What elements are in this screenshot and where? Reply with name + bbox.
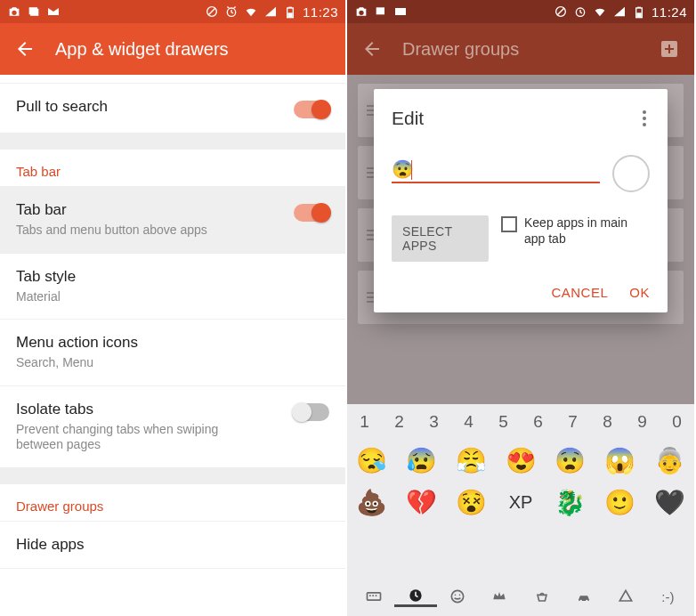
settings-list[interactable]: Pull to search Tab bar Tab bar Tabs and …: [0, 75, 345, 616]
emoji-keyboard[interactable]: 1 2 3 4 5 6 7 8 9 0 😪 😰 😤 😍 😨 😱 👵 💩 💔 😵 …: [347, 404, 694, 616]
setting-pull-to-search[interactable]: Pull to search: [0, 84, 345, 134]
alarm-icon: [224, 4, 239, 19]
travel-category-icon[interactable]: [562, 588, 604, 605]
emoji-key[interactable]: 😨: [546, 440, 595, 482]
section-header-drawer-groups: Drawer groups: [0, 484, 345, 522]
svg-rect-11: [636, 12, 641, 17]
section-gap: [0, 468, 345, 484]
emoji-key[interactable]: 😪: [347, 440, 397, 482]
crown-category-icon[interactable]: [479, 588, 521, 605]
emoji-key[interactable]: 💔: [397, 482, 447, 523]
keyboard-number-row: 1 2 3 4 5 6 7 8 9 0: [347, 404, 694, 440]
back-arrow-icon[interactable]: [14, 38, 36, 60]
key-3[interactable]: 3: [417, 404, 451, 440]
app-bar: App & widget drawers: [0, 23, 345, 75]
setting-title: Isolate tabs: [16, 401, 247, 418]
setting-tab-style[interactable]: Tab style Material: [0, 254, 345, 320]
camera-icon: [354, 4, 368, 19]
setting-title: Menu action icons: [16, 334, 138, 352]
emoji-key[interactable]: 🙂: [595, 482, 645, 523]
status-time: 11:24: [651, 4, 687, 20]
text-emoticon-icon[interactable]: :-): [647, 589, 689, 604]
emoji-key[interactable]: XP: [496, 482, 546, 523]
emoji-row-1: 😪 😰 😤 😍 😨 😱 👵: [347, 440, 694, 482]
emoji-key[interactable]: 😰: [397, 440, 447, 482]
toggle-switch[interactable]: [294, 101, 329, 118]
setting-menu-action-icons[interactable]: Menu action icons Search, Menu: [0, 320, 345, 386]
setting-subtitle: Prevent changing tabs when swiping betwe…: [16, 422, 247, 453]
status-time: 11:23: [303, 4, 338, 20]
emoji-key[interactable]: 🐉: [546, 482, 595, 523]
ok-button[interactable]: OK: [629, 285, 650, 300]
no-sim-icon: [205, 4, 219, 19]
text-caret: [411, 160, 412, 180]
dialog-title: Edit: [392, 108, 424, 129]
wifi-icon: [244, 4, 258, 19]
svg-rect-16: [375, 595, 376, 596]
emoji-key[interactable]: 🖤: [644, 482, 694, 523]
back-arrow-icon[interactable]: [361, 38, 383, 60]
key-0[interactable]: 0: [660, 404, 694, 440]
group-name-input[interactable]: 😨: [392, 164, 600, 183]
setting-hide-apps[interactable]: Hide apps: [0, 522, 345, 569]
battery-icon: [632, 4, 646, 19]
svg-point-22: [586, 600, 588, 603]
setting-title: Hide apps: [16, 536, 85, 554]
overflow-menu-icon[interactable]: [639, 107, 650, 130]
svg-point-18: [451, 590, 463, 602]
svg-line-7: [557, 8, 564, 15]
recent-emoji-icon[interactable]: [394, 587, 436, 607]
gallery-icon: [27, 4, 41, 19]
key-4[interactable]: 4: [451, 404, 486, 440]
emoji-key[interactable]: 😍: [496, 440, 546, 482]
svg-point-20: [459, 595, 461, 596]
emoji-key[interactable]: 💩: [347, 482, 397, 523]
toggle-switch[interactable]: [294, 403, 329, 421]
food-category-icon[interactable]: [521, 588, 562, 605]
keyboard-abc-icon[interactable]: [352, 588, 394, 605]
cancel-button[interactable]: CANCEL: [551, 285, 608, 300]
key-9[interactable]: 9: [625, 404, 660, 440]
svg-line-1: [208, 8, 215, 15]
toggle-switch[interactable]: [294, 204, 329, 222]
key-1[interactable]: 1: [347, 404, 382, 440]
setting-title: Tab style: [16, 268, 76, 286]
key-2[interactable]: 2: [382, 404, 417, 440]
symbols-category-icon[interactable]: [605, 588, 647, 605]
left-phone: 11:23 App & widget drawers Pull to searc…: [0, 0, 347, 616]
svg-rect-15: [372, 595, 374, 596]
setting-title: Pull to search: [16, 98, 108, 116]
alarm-icon: [573, 4, 587, 19]
setting-title: Tab bar: [16, 201, 207, 219]
keyboard-category-tabs: :-): [347, 577, 694, 616]
status-bar: 11:24: [347, 0, 694, 23]
svg-point-21: [579, 600, 582, 603]
add-icon[interactable]: [659, 38, 680, 60]
group-icon-picker[interactable]: [612, 155, 650, 192]
setting-subtitle: Search, Menu: [16, 355, 138, 371]
checkbox-icon[interactable]: [501, 216, 517, 232]
mail-icon: [393, 4, 408, 19]
signal-icon: [263, 4, 278, 19]
page-title: App & widget drawers: [55, 39, 331, 60]
setting-subtitle: Material: [16, 289, 76, 305]
smileys-category-icon[interactable]: [437, 588, 479, 605]
status-bar: 11:23: [0, 0, 345, 23]
key-5[interactable]: 5: [486, 404, 521, 440]
emoji-key[interactable]: 👵: [644, 440, 694, 482]
key-7[interactable]: 7: [555, 404, 590, 440]
svg-point-19: [455, 595, 457, 596]
right-phone: 11:24 Drawer groups Edit: [347, 0, 694, 616]
truncated-row: [0, 75, 345, 84]
keep-apps-checkbox[interactable]: Keep apps in main app tab: [501, 215, 650, 247]
section-gap: [0, 134, 345, 150]
battery-icon: [283, 4, 297, 19]
emoji-key[interactable]: 😱: [595, 440, 645, 482]
emoji-key[interactable]: 😵: [446, 482, 496, 523]
setting-tab-bar[interactable]: Tab bar Tabs and menu button above apps: [0, 187, 345, 254]
select-apps-button[interactable]: SELECT APPS: [392, 215, 489, 262]
key-8[interactable]: 8: [590, 404, 625, 440]
emoji-key[interactable]: 😤: [446, 440, 496, 482]
key-6[interactable]: 6: [521, 404, 555, 440]
setting-isolate-tabs[interactable]: Isolate tabs Prevent changing tabs when …: [0, 386, 345, 468]
